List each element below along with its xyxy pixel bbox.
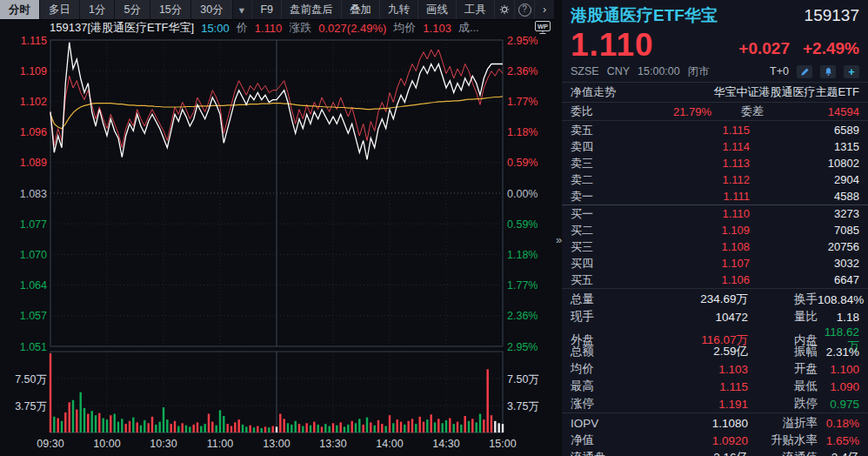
quote-panel: 港股通医疗ETF华宝 159137 1.110 +0.027 +2.49% SZ… <box>562 0 868 456</box>
toolbar-button-盘前盘后[interactable]: 盘前盘后 <box>281 0 341 19</box>
nav-trend-row[interactable]: 净值走势 华宝中证港股通医疗主题ETF <box>562 83 868 103</box>
toolbar-button-九转[interactable]: 九转 <box>379 0 417 19</box>
svg-text:1.102: 1.102 <box>20 96 47 108</box>
chart-time: 15:00 <box>201 22 230 35</box>
stat-row: 涨停1.191跌停0.975 <box>562 395 868 412</box>
timeframe-tab-分时[interactable]: 分时 <box>0 0 40 19</box>
quote-time: 15:00:00 <box>638 65 680 77</box>
bid-row[interactable]: 买五1.1066647 <box>571 272 859 288</box>
toolbar-expand-icon[interactable]: › <box>534 0 554 19</box>
timeframe-tab-1分[interactable]: 1分 <box>80 0 115 19</box>
svg-text:WP: WP <box>537 23 548 30</box>
bid-price: 1.110 <box>616 207 750 220</box>
timeframe-tabs: 分时多日1分5分15分30分 <box>0 0 233 19</box>
last-price: 1.110 <box>571 30 654 61</box>
stat-label: 最低 <box>748 379 818 394</box>
svg-text:1.089: 1.089 <box>20 157 47 169</box>
stat-value: 2.31% <box>818 345 859 359</box>
svg-text:7.50万: 7.50万 <box>15 373 47 386</box>
bid-row[interactable]: 买三1.10820756 <box>571 238 859 255</box>
bid-row[interactable]: 买一1.1103273 <box>571 205 859 222</box>
settings-gear-icon[interactable] <box>494 0 514 19</box>
timeframe-tab-5分[interactable]: 5分 <box>115 0 150 19</box>
bid-label: 买三 <box>571 239 616 255</box>
svg-text:2.95%: 2.95% <box>507 37 537 47</box>
svg-text:1.051: 1.051 <box>20 341 47 353</box>
trading-app-window: 分时多日1分5分15分30分 ▾ F9盘前盘后叠加九转画线工具 ? › 1591… <box>0 0 868 456</box>
stat-value: 1.65% <box>818 434 859 447</box>
add-to-watchlist-icon[interactable]: + <box>844 65 859 78</box>
avg-value: 1.103 <box>423 22 451 35</box>
svg-text:0.00%: 0.00% <box>507 188 537 200</box>
commission-ratio-row: 委比 21.79% 委差 14594 <box>562 103 868 121</box>
bid-price: 1.106 <box>616 273 750 286</box>
ask-volume: 4588 <box>750 190 859 203</box>
stat-label: 振幅 <box>748 344 818 359</box>
stat-value: 1.115 <box>616 380 748 393</box>
chevron-down-icon[interactable]: ▾ <box>233 0 250 19</box>
stat-label: 总额 <box>571 344 616 359</box>
ask-row[interactable]: 卖五1.1156589 <box>571 122 859 138</box>
underlying-index-name: 华宝中证港股通医疗主题ETF <box>713 84 859 100</box>
ask-volume: 6589 <box>750 124 859 137</box>
edit-pencil-icon[interactable] <box>797 65 812 78</box>
help-icon[interactable]: ? <box>514 0 534 19</box>
bid-price: 1.109 <box>616 224 750 237</box>
price-value: 1.110 <box>255 22 283 35</box>
svg-text:09:30: 09:30 <box>37 438 63 450</box>
ask-price: 1.115 <box>616 124 750 137</box>
timeframe-tab-多日[interactable]: 多日 <box>40 0 80 19</box>
market-status: 闭市 <box>688 64 710 79</box>
toolbar-button-画线[interactable]: 画线 <box>417 0 456 19</box>
timeframe-tab-30分[interactable]: 30分 <box>191 0 232 19</box>
svg-text:3.75万: 3.75万 <box>15 400 47 412</box>
svg-text:1.77%: 1.77% <box>507 96 537 108</box>
ask-row[interactable]: 卖四1.1141315 <box>571 138 859 155</box>
svg-text:1.057: 1.057 <box>20 310 47 322</box>
bid-volume: 3273 <box>750 207 859 220</box>
ask-row[interactable]: 卖一1.1114588 <box>571 188 859 205</box>
stat-value: 108.84% <box>818 293 864 306</box>
chart-toolbar: 分时多日1分5分15分30分 ▾ F9盘前盘后叠加九转画线工具 ? › <box>0 0 554 20</box>
stat-row: 均价1.103开盘1.100 <box>562 360 868 378</box>
svg-text:1.096: 1.096 <box>20 126 47 138</box>
svg-text:10:30: 10:30 <box>150 438 177 450</box>
bid-row[interactable]: 买二1.1097085 <box>571 222 859 238</box>
plus-glyph: + <box>848 66 855 77</box>
stat-value: 2.16亿 <box>616 450 748 456</box>
svg-text:1.064: 1.064 <box>20 279 47 292</box>
toolbar-buttons: F9盘前盘后叠加九转画线工具 <box>251 0 494 19</box>
price-axis-left: 1.1151.1091.1021.0961.0891.0831.0771.070… <box>20 37 47 353</box>
svg-text:13:30: 13:30 <box>319 438 346 450</box>
price-change-group: +0.027 +2.49% <box>738 39 859 61</box>
bid-row[interactable]: 买四1.1073032 <box>571 255 859 272</box>
timeframe-tab-15分[interactable]: 15分 <box>150 0 191 19</box>
stat-value: 1.100 <box>818 363 859 376</box>
t0-badge: T+0 <box>770 65 789 77</box>
stat-row: 净值1.0920升贴水率1.65% <box>562 432 868 449</box>
help-glyph: ? <box>518 3 531 17</box>
ask-volume: 1315 <box>750 140 859 153</box>
stat-label: 溢折率 <box>748 415 818 431</box>
toolbar-button-工具[interactable]: 工具 <box>456 0 494 19</box>
stat-label: 流通盘 <box>571 450 616 456</box>
svg-text:11:00: 11:00 <box>207 438 233 450</box>
bid-volume: 3032 <box>750 257 859 270</box>
svg-text:10:00: 10:00 <box>93 438 120 450</box>
ask-row[interactable]: 卖二1.1122904 <box>571 171 859 188</box>
change-value: 0.027(2.49%) <box>318 22 386 35</box>
intraday-chart[interactable]: 1.1151.1091.1021.0961.0891.0831.0771.070… <box>0 37 554 456</box>
weibi-value: 21.79% <box>616 105 711 118</box>
svg-text:2.36%: 2.36% <box>507 310 537 322</box>
bid-price: 1.108 <box>616 240 750 253</box>
alert-bell-icon[interactable] <box>820 65 836 78</box>
stat-label: IOPV <box>571 417 616 430</box>
ask-row[interactable]: 卖三1.11310802 <box>571 155 859 171</box>
svg-text:1.077: 1.077 <box>20 218 47 231</box>
toolbar-button-叠加[interactable]: 叠加 <box>341 0 379 19</box>
stat-value: 0.18% <box>818 417 859 430</box>
wp-plugin-icon[interactable]: WP <box>534 20 551 37</box>
toolbar-button-F9[interactable]: F9 <box>251 0 281 19</box>
collapse-panel-button[interactable]: » <box>556 233 562 246</box>
stat-row: 总量234.69万换手108.84% <box>562 291 868 308</box>
